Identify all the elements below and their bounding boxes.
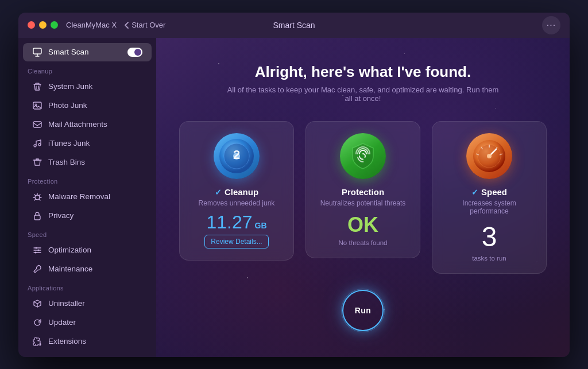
section-speed: Speed (18, 226, 156, 240)
svg-point-8 (36, 247, 37, 248)
sidebar-item-label: System Junk (48, 82, 92, 91)
cleanup-value-row: 11.27 GB (206, 213, 266, 231)
sidebar-item-photo-junk[interactable]: Photo Junk (23, 96, 152, 115)
protection-card-title: Protection (342, 187, 384, 197)
traffic-lights (28, 21, 58, 29)
svg-point-25 (487, 154, 492, 158)
puzzle-icon (32, 336, 42, 347)
sidebar-item-label: Mail Attachments (48, 120, 107, 129)
sidebar-item-smart-scan[interactable]: Smart Scan (23, 43, 152, 61)
sidebar: Smart Scan Cleanup System Junk (18, 38, 156, 357)
svg-point-4 (34, 145, 36, 147)
sidebar-item-privacy[interactable]: Privacy (23, 207, 152, 225)
sidebar-item-label: Optimization (48, 246, 91, 254)
svg-point-10 (35, 251, 37, 253)
section-files: Files (18, 351, 156, 357)
titlebar: CleanMyMac X Start Over Smart Scan ··· (18, 13, 570, 38)
svg-point-5 (38, 143, 41, 146)
cleanup-card-desc: Removes unneeded junk (199, 199, 275, 207)
section-applications: Applications (18, 279, 156, 294)
minimize-button[interactable] (39, 21, 47, 29)
sidebar-item-extensions[interactable]: Extensions (23, 332, 152, 351)
content-headline: Alright, here's what I've found. (255, 63, 471, 81)
smart-scan-toggle[interactable] (127, 48, 142, 57)
svg-rect-7 (34, 215, 40, 220)
sidebar-item-label: Extensions (48, 337, 86, 345)
sidebar-item-updater[interactable]: Updater (23, 313, 152, 332)
sidebar-item-maintenance[interactable]: Maintenance (23, 260, 152, 278)
cleanup-value: 11.27 (206, 213, 252, 231)
svg-point-9 (38, 249, 40, 251)
app-name: CleanMyMac X (66, 21, 117, 29)
section-cleanup: Cleanup (18, 62, 156, 77)
trash-icon (32, 157, 42, 168)
cleanup-check-icon: ✓ (215, 188, 222, 197)
sidebar-item-uninstaller[interactable]: Uninstaller (23, 294, 152, 313)
content-inner: Alright, here's what I've found. All of … (156, 63, 570, 331)
svg-text:2: 2 (233, 147, 240, 162)
protection-value: OK (347, 213, 378, 237)
maximize-button[interactable] (51, 21, 58, 29)
music-icon (32, 138, 42, 149)
sidebar-item-label: Malware Removal (48, 192, 110, 201)
run-button[interactable]: Run (342, 290, 384, 331)
sidebar-item-label: Privacy (48, 211, 74, 220)
mail-icon (32, 119, 42, 130)
sidebar-item-label: Smart Scan (48, 48, 89, 56)
toggle-knob (134, 49, 141, 56)
speed-check-icon: ✓ (471, 188, 478, 197)
sidebar-item-label: Maintenance (48, 265, 92, 273)
cleanup-card-title: ✓ Cleanup (215, 187, 258, 197)
protection-footer: No threats found (338, 239, 387, 246)
speed-card-title: ✓ Speed (471, 187, 507, 197)
protection-card-desc: Neutralizes potential threats (320, 199, 406, 207)
sidebar-item-label: Updater (48, 318, 76, 327)
back-nav[interactable]: Start Over (123, 21, 165, 29)
sidebar-item-malware-removal[interactable]: Malware Removal (23, 188, 152, 206)
content-area: Alright, here's what I've found. All of … (156, 38, 570, 357)
speed-footer: tasks to run (472, 255, 506, 262)
protection-icon (340, 133, 386, 179)
speed-value: 3 (482, 221, 497, 253)
bug-icon (32, 192, 42, 202)
sidebar-item-optimization[interactable]: Optimization (23, 241, 152, 259)
close-button[interactable] (28, 21, 35, 29)
review-details-button[interactable]: Review Details... (204, 235, 268, 248)
speed-card: ✓ Speed Increases system performance 3 t… (432, 121, 547, 274)
fingerprint-shield-icon (348, 141, 378, 171)
window-title: Smart Scan (273, 21, 315, 30)
back-label: Start Over (131, 21, 165, 29)
chevron-left-icon (123, 21, 129, 29)
sidebar-item-label: Trash Bins (48, 158, 85, 166)
monitor-icon (32, 47, 42, 57)
section-protection: Protection (18, 172, 156, 187)
svg-rect-0 (33, 48, 41, 54)
svg-point-2 (35, 104, 37, 106)
cleanup-card: 2 ✓ (179, 121, 294, 261)
svg-rect-3 (33, 122, 41, 127)
sidebar-item-itunes-junk[interactable]: iTunes Junk (23, 134, 152, 153)
speed-card-desc: Increases system performance (446, 199, 532, 215)
hdd-icon: 2 (216, 135, 257, 177)
photo-icon (32, 100, 42, 111)
more-button[interactable]: ··· (542, 16, 560, 34)
cleanup-icon: 2 (214, 133, 260, 179)
protection-card: Protection Neutralizes potential threats… (305, 121, 420, 258)
sidebar-item-system-junk[interactable]: System Junk (23, 77, 152, 96)
app-window: CleanMyMac X Start Over Smart Scan ··· (18, 13, 570, 357)
sidebar-item-label: Photo Junk (48, 101, 87, 110)
trash2-icon (32, 81, 42, 92)
sidebar-item-label: iTunes Junk (48, 139, 90, 147)
ellipsis-icon: ··· (547, 20, 556, 30)
sidebar-item-label: Uninstaller (48, 299, 85, 308)
lock-icon (32, 211, 42, 221)
speed-icon (466, 133, 512, 179)
cards-row: 2 ✓ (179, 121, 547, 274)
sliders-icon (32, 245, 42, 255)
content-subheadline: All of the tasks to keep your Mac clean,… (225, 86, 501, 103)
sidebar-item-mail-attachments[interactable]: Mail Attachments (23, 115, 152, 134)
wrench-icon (32, 264, 42, 274)
refresh-icon (32, 317, 42, 328)
main-content: Smart Scan Cleanup System Junk (18, 38, 570, 357)
sidebar-item-trash-bins[interactable]: Trash Bins (23, 153, 152, 172)
